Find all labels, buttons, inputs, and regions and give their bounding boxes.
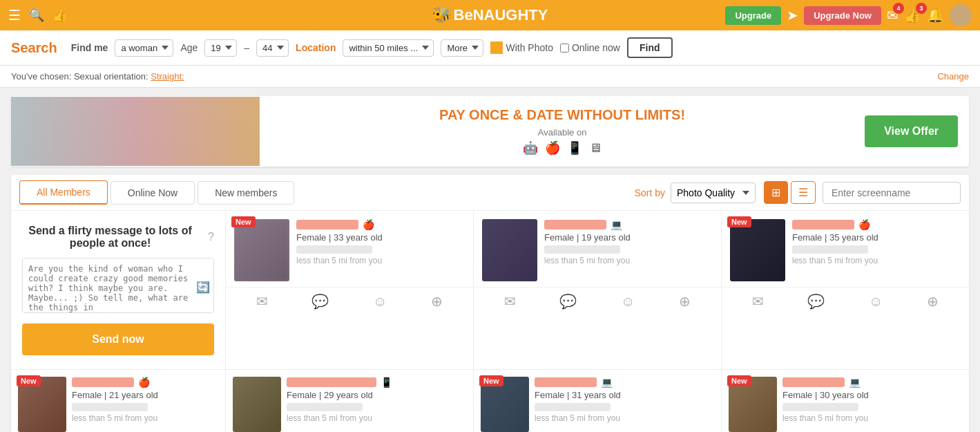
new-badge: New	[479, 375, 503, 386]
apple-platform-icon: 🍎	[545, 140, 560, 156]
member-distance: less than 5 mi from you	[782, 413, 962, 423]
smile-action-button[interactable]: ☺	[869, 293, 883, 310]
upgrade-button[interactable]: Upgrade	[725, 6, 781, 25]
upgrade-now-button[interactable]: Upgrade Now	[804, 6, 881, 25]
change-link[interactable]: Change	[937, 71, 969, 82]
top-navigation: ☰ 🔍 👍 🐝 BeNAUGHTY Upgrade ➤ Upgrade Now …	[0, 0, 980, 30]
age-label: Age	[180, 42, 198, 53]
mail-action-button[interactable]: ✉	[504, 293, 516, 310]
member-name-row: 🍎	[296, 219, 465, 230]
member-distance: less than 5 mi from you	[287, 413, 466, 423]
mail-action-button[interactable]: ✉	[256, 293, 268, 310]
promo-subtitle-text: Available on	[538, 127, 587, 138]
logo-bee-icon: 🐝	[432, 6, 451, 24]
thumb-icon[interactable]: 👍	[52, 8, 68, 23]
with-photo-wrap: With Photo	[490, 41, 553, 54]
likes-icon-badge[interactable]: 👍 3	[904, 7, 921, 24]
more-select[interactable]: More	[441, 39, 483, 57]
flirty-message-card: Send a flirty message to lots of people …	[11, 211, 225, 369]
smile-action-button[interactable]: ☺	[373, 293, 387, 310]
member-distance: less than 5 mi from you	[296, 256, 465, 265]
member-card: New 💻 Female | 30 years old less than 5 …	[722, 370, 969, 432]
member-gender-age: Female | 29 years old	[287, 390, 466, 400]
apple-device-icon: 🍎	[138, 377, 150, 388]
member-gender-age: Female | 19 years old	[544, 232, 713, 243]
orientation-value[interactable]: Straight:	[151, 71, 184, 82]
chat-action-button[interactable]: 💬	[311, 293, 329, 310]
avatar[interactable]	[950, 4, 972, 26]
member-gender-age: Female | 30 years old	[782, 390, 962, 400]
tab-all-members[interactable]: All Members	[19, 180, 108, 205]
platform-icons: 🤖 🍎 📱 🖥	[276, 140, 848, 156]
hamburger-icon[interactable]: ☰	[8, 7, 21, 24]
sort-by-label: Sort by	[635, 187, 665, 198]
laptop-device-icon: 💻	[849, 377, 861, 388]
smile-action-button[interactable]: ☺	[621, 293, 635, 310]
find-button[interactable]: Find	[627, 37, 673, 58]
list-view-button[interactable]: ☰	[791, 181, 816, 204]
age-max-select[interactable]: 4430354050	[256, 39, 289, 57]
search-icon[interactable]: 🔍	[29, 8, 44, 23]
add-action-button[interactable]: ⊕	[927, 293, 939, 310]
member-card: New 💻 Female | 31 years old less than 5 …	[474, 370, 721, 432]
with-photo-checkbox[interactable]	[490, 41, 503, 54]
member-photo[interactable]	[234, 219, 289, 281]
nav-left: ☰ 🔍 👍	[8, 7, 68, 24]
search-title: Search	[11, 40, 57, 56]
sort-select[interactable]: Photo Quality Newest Distance	[671, 182, 756, 203]
tab-online-now[interactable]: Online Now	[111, 181, 195, 205]
member-photo[interactable]	[233, 377, 281, 432]
member-name-row: 💻	[535, 377, 714, 388]
online-now-checkbox[interactable]	[560, 44, 569, 53]
member-info: 📱 Female | 29 years old less than 5 mi f…	[287, 377, 466, 432]
screenname-search-input[interactable]	[823, 182, 961, 204]
member-name-blur2	[535, 403, 611, 411]
mail-action-button[interactable]: ✉	[752, 293, 764, 310]
new-badge: New	[17, 375, 41, 386]
member-name-row: 💻	[782, 377, 962, 388]
notifications-icon[interactable]: 🔔	[927, 7, 944, 24]
member-name-blur2	[287, 403, 363, 411]
mobile-icon: 📱	[567, 140, 582, 156]
age-dash: –	[244, 42, 249, 53]
member-top: 🍎 Female | 33 years old less than 5 mi f…	[226, 211, 473, 287]
nav-right: Upgrade ➤ Upgrade Now ✉ 4 👍 3 🔔	[725, 4, 972, 26]
member-photo[interactable]	[482, 219, 537, 281]
member-name-blur	[287, 377, 376, 387]
grid-view-button[interactable]: ⊞	[764, 181, 788, 204]
refresh-message-button[interactable]: 🔄	[196, 280, 210, 293]
view-toggle: ⊞ ☰	[764, 181, 816, 204]
age-min-select[interactable]: 19182025	[204, 39, 237, 57]
flirty-help-icon[interactable]: ?	[208, 231, 214, 243]
flirty-textarea-wrap: 🔄	[22, 258, 214, 315]
view-offer-button[interactable]: View Offer	[865, 115, 958, 147]
messages-icon-badge[interactable]: ✉ 4	[887, 7, 899, 24]
chat-action-button[interactable]: 💬	[559, 293, 577, 310]
member-top: 📱 Female | 29 years old less than 5 mi f…	[226, 370, 473, 432]
member-photo[interactable]	[730, 219, 785, 281]
add-action-button[interactable]: ⊕	[431, 293, 443, 310]
member-top: 🍎 Female | 35 years old less than 5 mi f…	[722, 211, 969, 287]
send-now-button[interactable]: Send now	[22, 323, 214, 355]
flirty-textarea[interactable]	[22, 258, 214, 313]
tabs-row: All Members Online Now New members Sort …	[11, 175, 969, 211]
location-select[interactable]: within 50 miles ... within 10 miles with…	[343, 39, 434, 57]
likes-badge: 3	[916, 3, 927, 14]
gender-select[interactable]: a woman a man	[115, 39, 173, 57]
member-card: New 🍎 Female | 35 years old less than 5 …	[722, 211, 969, 369]
logo-text: BeNAUGHTY	[454, 6, 548, 24]
tab-new-members[interactable]: New members	[198, 181, 294, 205]
member-actions: ✉ 💬 ☺ ⊕	[226, 287, 473, 318]
member-name-blur	[792, 220, 854, 229]
member-actions: ✉ 💬 ☺ ⊕	[722, 287, 969, 318]
location-label: Location	[296, 42, 336, 53]
member-info: 🍎 Female | 35 years old less than 5 mi f…	[792, 219, 961, 281]
chat-action-button[interactable]: 💬	[807, 293, 825, 310]
members-section: All Members Online Now New members Sort …	[11, 175, 969, 432]
member-top: 💻 Female | 30 years old less than 5 mi f…	[722, 370, 969, 432]
member-top: 💻 Female | 19 years old less than 5 mi f…	[474, 211, 721, 287]
add-action-button[interactable]: ⊕	[679, 293, 691, 310]
arrow-right-icon: ➤	[787, 7, 798, 24]
flirty-title: Send a flirty message to lots of people …	[22, 225, 198, 250]
new-badge: New	[727, 216, 751, 227]
